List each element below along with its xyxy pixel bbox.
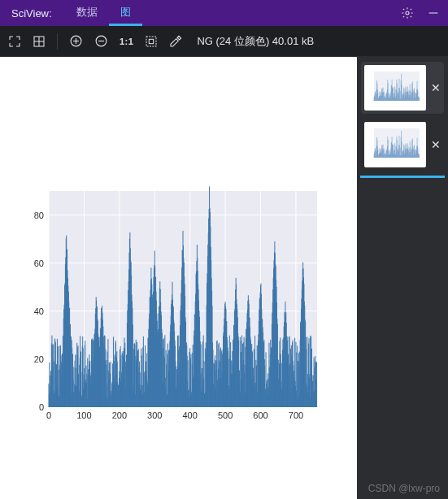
zoom-in-icon[interactable] bbox=[69, 34, 83, 48]
svg-text:400: 400 bbox=[183, 410, 198, 420]
svg-text:300: 300 bbox=[147, 410, 162, 420]
svg-text:20: 20 bbox=[34, 354, 44, 364]
close-icon[interactable]: ✕ bbox=[431, 81, 441, 94]
main-area: 0204060800100200300400500600700 ✕ ✕ bbox=[0, 57, 448, 499]
svg-text:700: 700 bbox=[289, 410, 303, 420]
title-bar: SciView: 数据 图 bbox=[0, 0, 448, 26]
thumbnail-1[interactable]: ✕ bbox=[361, 62, 444, 114]
thumbnail-indicator bbox=[360, 176, 445, 178]
svg-text:40: 40 bbox=[34, 306, 44, 316]
gear-icon[interactable] bbox=[401, 7, 414, 20]
zoom-out-icon[interactable] bbox=[94, 34, 108, 48]
svg-text:80: 80 bbox=[34, 210, 44, 220]
svg-text:600: 600 bbox=[253, 410, 267, 420]
zoom-1-1[interactable]: 1:1 bbox=[120, 37, 133, 46]
thumbnail-2[interactable]: ✕ bbox=[364, 122, 441, 167]
svg-text:0: 0 bbox=[46, 410, 51, 420]
fit-screen-icon[interactable] bbox=[8, 35, 21, 48]
canvas-area[interactable]: 0204060800100200300400500600700 bbox=[0, 57, 357, 499]
minimize-icon[interactable] bbox=[427, 7, 440, 20]
svg-point-0 bbox=[406, 11, 409, 15]
svg-text:500: 500 bbox=[218, 410, 233, 420]
svg-text:60: 60 bbox=[34, 258, 44, 268]
tab-plot[interactable]: 图 bbox=[109, 0, 142, 26]
svg-rect-11 bbox=[150, 39, 154, 43]
toolbar: 1:1 NG (24 位颜色) 40.01 kB bbox=[0, 26, 448, 57]
svg-text:200: 200 bbox=[112, 410, 127, 420]
svg-rect-10 bbox=[146, 37, 156, 46]
svg-text:0: 0 bbox=[39, 402, 44, 412]
tab-data[interactable]: 数据 bbox=[65, 0, 109, 26]
grid-icon[interactable] bbox=[33, 35, 46, 48]
status-text: NG (24 位颜色) 40.01 kB bbox=[197, 34, 314, 49]
svg-text:100: 100 bbox=[76, 410, 91, 420]
close-icon[interactable]: ✕ bbox=[431, 138, 441, 151]
actual-size-icon[interactable] bbox=[145, 35, 158, 48]
panel-title: SciView: bbox=[11, 7, 52, 20]
separator bbox=[57, 33, 58, 50]
watermark: CSDN @lxw-pro bbox=[368, 483, 440, 494]
tabs: 数据 图 bbox=[65, 0, 142, 26]
main-chart: 0204060800100200300400500600700 bbox=[16, 183, 325, 427]
thumbnail-column: ✕ ✕ bbox=[357, 57, 448, 499]
color-picker-icon[interactable] bbox=[169, 35, 182, 48]
